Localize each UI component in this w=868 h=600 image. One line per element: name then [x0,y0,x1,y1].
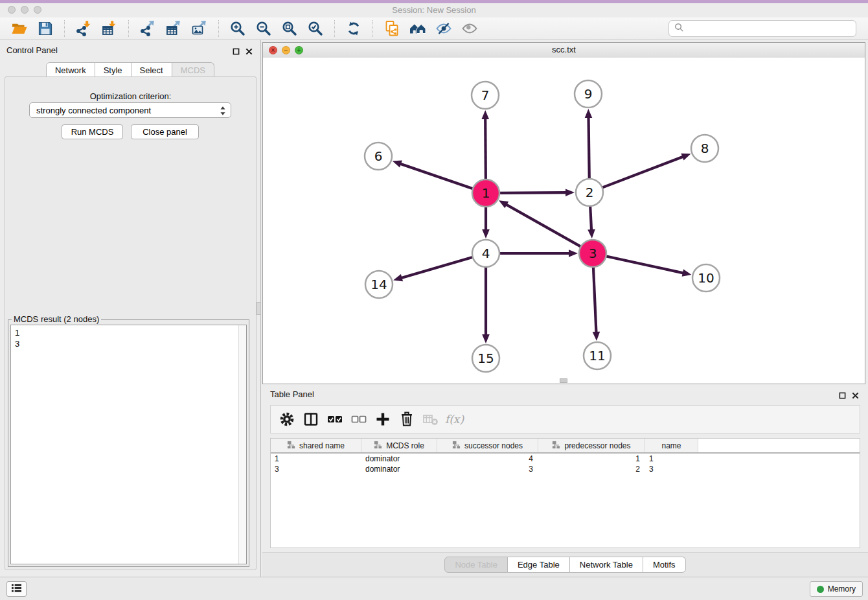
criterion-dropdown[interactable]: strongly connected component [29,102,231,118]
select-all-icon[interactable] [323,409,347,430]
export-table-icon[interactable] [164,19,183,38]
show-all-icon[interactable] [460,19,479,38]
control-panel: Control Panel NetworkStyleSelectMCDS Opt… [0,40,261,577]
refresh-layout-icon[interactable] [344,19,363,38]
svg-text:8: 8 [701,141,709,156]
search-icon [674,23,684,35]
graph-node-15[interactable]: 15 [472,345,499,372]
import-table-icon[interactable] [100,19,119,38]
graph-node-11[interactable]: 11 [584,342,611,369]
zoom-selected-icon[interactable] [306,19,325,38]
column-header-shared-name[interactable]: shared name [271,439,361,452]
minimize-window-button[interactable] [21,6,29,14]
column-header-label: predecessor nodes [564,441,630,450]
float-table-panel-icon[interactable] [839,390,846,402]
graph-node-1[interactable]: 1 [472,179,499,207]
graph-node-10[interactable]: 10 [692,264,720,292]
close-network-icon[interactable]: × [269,46,277,54]
import-network-icon[interactable] [74,19,93,38]
optimization-criterion-label: Optimization criterion: [5,91,256,101]
table-cell[interactable]: 3 [437,464,538,474]
tab-node-table[interactable]: Node Table [444,557,508,573]
zoom-fit-icon[interactable] [280,19,299,38]
network-view-window: × − + scc.txt 7968124314101511 [262,42,865,384]
column-sort-icon [552,441,560,451]
graph-node-4[interactable]: 4 [472,240,499,267]
table-settings-icon[interactable] [275,409,299,430]
close-window-button[interactable] [8,6,16,14]
open-session-icon[interactable] [10,19,29,38]
zoom-out-icon[interactable] [254,19,273,38]
show-columns-icon[interactable] [299,409,323,430]
graph-node-14[interactable]: 14 [365,271,393,298]
delete-table-icon [418,409,442,430]
table-cell[interactable]: 2 [538,464,645,474]
graph-node-7[interactable]: 7 [472,82,499,109]
svg-text:10: 10 [698,270,714,286]
tab-edge-table[interactable]: Edge Table [508,557,570,573]
column-header-predecessor-nodes[interactable]: predecessor nodes [538,439,645,452]
zoom-in-icon[interactable] [228,19,247,38]
table-cell[interactable]: dominator [361,454,437,464]
toolbar-separator [64,20,65,37]
graph-node-3[interactable]: 3 [579,240,606,267]
network-window-titlebar[interactable]: × − + scc.txt [263,43,865,58]
search-box[interactable] [668,20,856,37]
add-column-icon[interactable] [371,409,394,430]
table-cell[interactable]: 3 [271,464,361,474]
toolbar-separator [128,20,129,37]
mcds-result-text[interactable]: 13 [10,325,247,564]
search-input[interactable] [687,23,851,34]
table-cell[interactable]: 4 [437,454,538,464]
column-header-mcds-role[interactable]: MCDS role [361,439,437,452]
export-image-icon[interactable] [190,19,209,38]
dropdown-spinner-icon [218,105,227,119]
close-panel-button[interactable]: Close panel [131,124,199,139]
graph-node-2[interactable]: 2 [576,179,603,206]
export-network-icon[interactable] [138,19,157,38]
svg-text:14: 14 [371,277,387,292]
svg-text:9: 9 [584,86,593,102]
save-session-icon[interactable] [36,19,55,38]
network-graph[interactable]: 7968124314101511 [263,58,865,384]
table-toolbar: f(x) [270,405,860,433]
home-networks-icon[interactable] [408,19,428,38]
minimize-network-icon[interactable]: − [282,46,290,54]
memory-button[interactable]: Memory [810,581,863,597]
hide-selected-icon[interactable] [434,19,453,38]
network-canvas[interactable]: 7968124314101511 [263,58,865,384]
graph-node-9[interactable]: 9 [575,80,602,108]
table-cell[interactable]: 1 [645,454,698,464]
delete-columns-icon[interactable] [394,409,418,430]
run-mcds-button[interactable]: Run MCDS [62,124,123,139]
table-cell[interactable]: 1 [271,454,361,464]
table-row[interactable]: 3dominator323 [271,464,860,474]
close-table-panel-icon[interactable] [852,390,859,402]
float-panel-icon[interactable] [233,46,240,58]
canvas-scrollbar-thumb[interactable] [560,378,567,383]
column-header-name[interactable]: name [645,439,698,452]
graph-node-8[interactable]: 8 [691,135,718,162]
table-cell[interactable]: dominator [361,464,437,474]
session-title: Session: New Session [0,3,868,17]
panel-splitter-handle[interactable] [257,302,261,315]
zoom-network-icon[interactable]: + [295,46,303,54]
column-header-label: MCDS role [386,441,424,450]
tab-network-table[interactable]: Network Table [570,557,643,573]
graph-node-6[interactable]: 6 [365,143,392,170]
table-row[interactable]: 1dominator411 [271,454,860,464]
result-scrollbar[interactable] [238,325,246,564]
deselect-all-icon[interactable] [347,409,371,430]
task-history-button[interactable] [6,581,27,597]
result-line: 1 [15,327,242,338]
clone-network-icon[interactable] [382,19,402,38]
toolbar-separator [334,20,335,37]
zoom-window-button[interactable] [34,6,41,14]
tab-motifs[interactable]: Motifs [643,557,686,573]
column-header-successor-nodes[interactable]: successor nodes [437,439,538,452]
table-cell[interactable]: 1 [538,454,645,464]
network-window-controls: × − + [269,46,303,54]
close-panel-icon[interactable] [246,46,253,58]
table-cell[interactable]: 3 [645,464,698,474]
function-builder-icon: f(x) [442,409,466,430]
